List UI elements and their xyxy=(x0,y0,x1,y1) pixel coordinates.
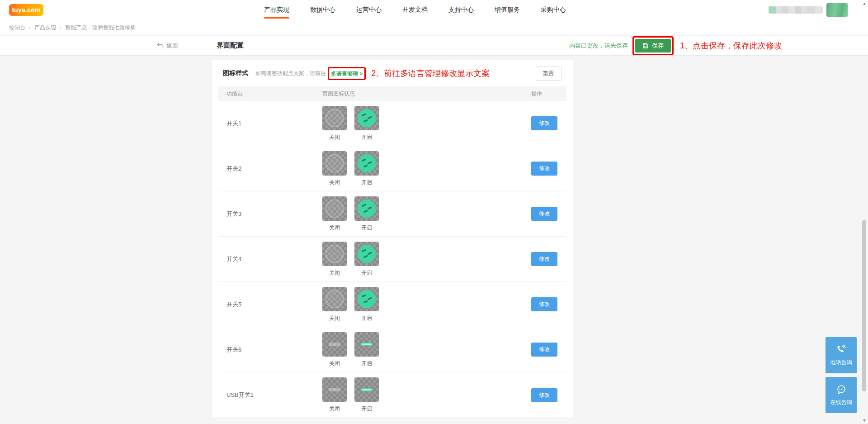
breadcrumb: 控制台›产品实现›智能产品：涂鸦智能七路排插 xyxy=(0,20,868,35)
column-function-point: 功能点 xyxy=(218,90,322,98)
toolbar-divider xyxy=(209,41,209,50)
icon-off-tile xyxy=(322,106,347,130)
save-button[interactable]: 保存 xyxy=(635,39,671,52)
icon-state-off: 关闭 xyxy=(322,287,347,322)
icon-off-tile xyxy=(322,151,347,176)
switch-on-icon xyxy=(357,244,376,263)
action-cell: 修改 xyxy=(531,207,566,221)
reset-button[interactable]: 重置 xyxy=(535,67,562,81)
account-area[interactable] xyxy=(769,3,848,17)
icon-state-cell: 关闭 开启 xyxy=(322,377,531,413)
chat-icon xyxy=(835,384,847,395)
modify-button[interactable]: 修改 xyxy=(531,297,557,311)
modify-button[interactable]: 修改 xyxy=(531,252,557,266)
modify-button[interactable]: 修改 xyxy=(531,116,557,130)
phone-consult-button[interactable]: 电话咨询 xyxy=(826,337,857,373)
icon-on-tile xyxy=(354,151,379,176)
icon-off-label: 关闭 xyxy=(329,314,340,322)
icon-on-label: 开启 xyxy=(361,405,372,413)
switch-off-icon xyxy=(325,290,344,309)
nav-item-4[interactable]: 开发文档 xyxy=(402,0,428,20)
icon-style-card: 图标样式 如需调整功能点文案，请前往 多语言管理 > 2、前往多语言管理修改显示… xyxy=(212,60,573,417)
scroll-thumb[interactable] xyxy=(862,220,866,391)
nav-item-1[interactable]: 产品实现 xyxy=(264,0,289,20)
nav-item-2[interactable]: 数据中心 xyxy=(310,0,335,20)
icon-off-tile xyxy=(322,242,347,266)
tuya-logo[interactable]: tuya.com xyxy=(9,4,43,16)
icon-on-tile xyxy=(354,196,379,221)
function-point-name: 开关6 xyxy=(218,346,322,354)
section-hint: 如需调整功能点文案，请前往 xyxy=(255,70,326,77)
icon-state-on: 开启 xyxy=(354,151,379,186)
icon-off-tile xyxy=(322,332,347,357)
action-cell: 修改 xyxy=(531,162,566,176)
annotation-2: 2、前往多语言管理修改显示文案 xyxy=(371,68,490,79)
switch-on-icon xyxy=(361,388,373,391)
switch-on-icon xyxy=(357,154,376,173)
back-button[interactable]: 返回 xyxy=(156,42,178,50)
toolbar-right: 内容已更改，请先保存 保存 1、点击保存，保存此次修改 xyxy=(569,36,782,55)
phone-consult-label: 电话咨询 xyxy=(830,359,852,367)
modify-button[interactable]: 修改 xyxy=(531,162,557,176)
card-header: 图标样式 如需调整功能点文案，请前往 多语言管理 > 2、前往多语言管理修改显示… xyxy=(212,60,573,86)
icon-state-cell: 关闭 开启 xyxy=(322,196,531,232)
modify-button[interactable]: 修改 xyxy=(531,343,557,357)
table-row: 开关1 关闭 开启 修改 xyxy=(218,101,566,146)
save-icon xyxy=(642,43,649,49)
annotation-box-language: 多语言管理 > xyxy=(328,67,366,80)
icon-on-tile xyxy=(354,242,379,266)
section-title: 图标样式 xyxy=(223,69,248,77)
table-header: 功能点 页面图标状态 操作 xyxy=(218,86,566,101)
modify-button[interactable]: 修改 xyxy=(531,388,557,402)
icon-on-tile xyxy=(354,332,379,357)
scrollbar: ▲ ▼ xyxy=(861,0,868,424)
nav-item-6[interactable]: 增值服务 xyxy=(495,0,520,20)
breadcrumb-item-2[interactable]: 产品实现 xyxy=(34,24,56,32)
column-icon-state: 页面图标状态 xyxy=(322,90,531,98)
icon-table-body: 开关1 关闭 开启 修改 开关2 关闭 开启 xyxy=(218,101,566,418)
nav-item-5[interactable]: 支持中心 xyxy=(448,0,474,20)
icon-state-on: 开启 xyxy=(354,377,379,413)
logo-text: tuya.com xyxy=(12,6,40,14)
icon-off-label: 关闭 xyxy=(329,269,340,277)
breadcrumb-separator: › xyxy=(60,24,61,31)
avatar[interactable] xyxy=(826,3,848,17)
icon-state-cell: 关闭 开启 xyxy=(322,242,531,277)
modify-button[interactable]: 修改 xyxy=(531,207,557,221)
switch-off-icon xyxy=(329,388,340,391)
switch-off-icon xyxy=(329,343,340,346)
icon-state-on: 开启 xyxy=(354,287,379,322)
multi-language-link[interactable]: 多语言管理 > xyxy=(331,71,363,77)
breadcrumb-separator: › xyxy=(29,24,31,31)
account-name-redacted xyxy=(769,6,823,14)
main-content: 图标样式 如需调整功能点文案，请前往 多语言管理 > 2、前往多语言管理修改显示… xyxy=(0,56,868,424)
switch-on-icon xyxy=(357,109,376,128)
unsaved-hint: 内容已更改，请先保存 xyxy=(569,42,628,50)
icon-on-label: 开启 xyxy=(361,179,372,186)
nav-item-7[interactable]: 采购中心 xyxy=(541,0,566,20)
table-row: 开关2 关闭 开启 修改 xyxy=(218,146,566,191)
icon-state-on: 开启 xyxy=(354,242,379,277)
table-row: USB开关1 关闭 开启 修改 xyxy=(218,372,566,418)
scroll-up-arrow[interactable]: ▲ xyxy=(861,1,868,6)
icon-on-tile xyxy=(354,377,379,402)
breadcrumb-item-1[interactable]: 控制台 xyxy=(9,24,25,32)
scroll-down-arrow[interactable]: ▼ xyxy=(861,418,868,423)
icon-off-tile xyxy=(322,287,347,311)
icon-state-cell: 关闭 开启 xyxy=(322,332,531,367)
icon-off-label: 关闭 xyxy=(329,133,340,141)
switch-on-icon xyxy=(361,343,373,346)
nav-item-3[interactable]: 运营中心 xyxy=(356,0,382,20)
online-consult-button[interactable]: 在线咨询 xyxy=(826,377,857,413)
icon-table: 功能点 页面图标状态 操作 开关1 关闭 开启 修改 开关2 关闭 xyxy=(218,86,566,418)
icon-off-label: 关闭 xyxy=(329,360,340,367)
icon-on-label: 开启 xyxy=(361,224,372,232)
icon-off-label: 关闭 xyxy=(329,405,340,413)
page-title: 界面配置 xyxy=(217,41,244,50)
icon-on-tile xyxy=(354,106,379,130)
function-point-name: 开关1 xyxy=(218,119,322,128)
save-label: 保存 xyxy=(652,42,664,50)
icon-on-tile xyxy=(354,287,379,311)
top-header: tuya.com 产品实现 数据中心 运营中心 开发文档 支持中心 增值服务 采… xyxy=(0,0,868,20)
switch-off-icon xyxy=(325,109,344,128)
